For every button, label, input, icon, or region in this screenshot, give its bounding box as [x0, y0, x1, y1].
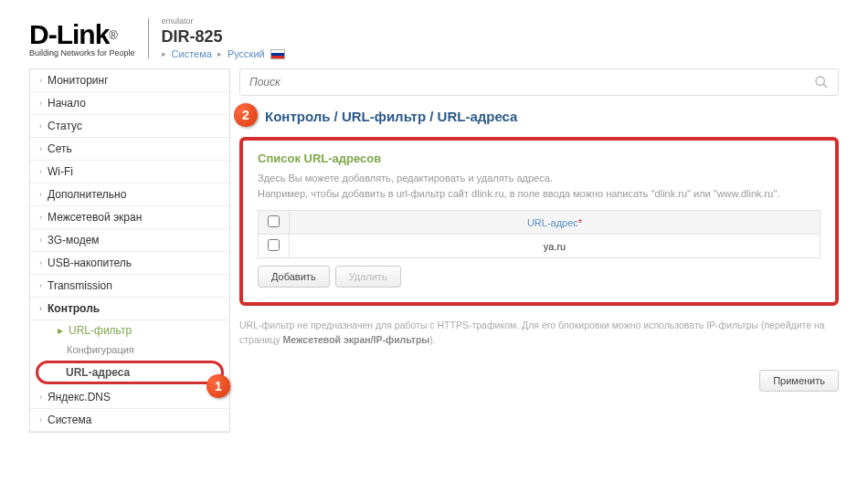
logo-text: D-Link [29, 19, 109, 49]
svg-point-0 [816, 77, 824, 85]
flag-ru-icon [270, 49, 285, 59]
chevron-icon: › [39, 213, 42, 222]
row-checkbox[interactable] [268, 239, 280, 251]
sidebar-item-wifi[interactable]: ›Wi-Fi [30, 161, 229, 183]
language-link[interactable]: Русский [228, 48, 265, 59]
table-row[interactable]: ya.ru [259, 235, 820, 258]
chevron-icon: › [39, 121, 42, 131]
chevron-right-icon: ▸ [217, 49, 222, 58]
emulator-label: emulator [162, 16, 285, 26]
annotation-marker-1: 1 [206, 374, 230, 398]
sidebar-item-control[interactable]: ›Контроль [30, 298, 229, 320]
sidebar-item-network[interactable]: ›Сеть [30, 138, 229, 161]
apply-button[interactable]: Применить [759, 370, 839, 392]
add-button[interactable]: Добавить [258, 266, 330, 288]
svg-line-1 [823, 84, 827, 88]
sidebar-item-status[interactable]: ›Статус [30, 115, 229, 138]
panel-title: Список URL-адресов [258, 152, 820, 165]
chevron-icon: › [39, 236, 42, 245]
sidebar-item-3g[interactable]: ›3G-модем [30, 229, 229, 252]
chevron-icon: › [39, 167, 42, 176]
chevron-icon: › [39, 99, 42, 108]
url-cell: ya.ru [290, 235, 820, 258]
sidebar-item-advanced[interactable]: ›Дополнительно [30, 183, 229, 206]
firewall-link[interactable]: Межсетевой экран/IP-фильтры [283, 334, 430, 345]
search-icon [814, 75, 829, 89]
url-column-header: URL-адрес [527, 217, 578, 228]
logo: D-Link® Building Networks for People [29, 19, 135, 58]
delete-button[interactable]: Удалить [335, 266, 401, 288]
chevron-icon: › [39, 190, 42, 199]
sidebar-item-firewall[interactable]: ›Межсетевой экран [30, 206, 229, 229]
chevron-icon: › [39, 76, 42, 85]
sidebar-item-yandex-dns[interactable]: ›Яндекс.DNS [30, 386, 229, 409]
chevron-icon: › [39, 258, 42, 267]
chevron-icon: › [39, 304, 42, 313]
sidebar-sub-config[interactable]: Конфигурация [30, 340, 229, 359]
search-input[interactable] [249, 76, 814, 89]
chevron-icon: ▸ [58, 324, 63, 337]
chevron-icon: › [39, 415, 42, 424]
annotation-marker-2: 2 [234, 103, 258, 127]
main-content: 2 Контроль / URL-фильтр / URL-адреса Спи… [239, 68, 839, 433]
header: D-Link® Building Networks for People emu… [0, 0, 868, 68]
sidebar-sub-url-filter[interactable]: ▸URL-фильтр [30, 320, 229, 340]
sidebar-sub-url-addresses[interactable]: URL-адреса 1 [36, 361, 224, 384]
sidebar-item-monitoring[interactable]: ›Мониторинг [30, 69, 229, 92]
breadcrumb: 2 Контроль / URL-фильтр / URL-адреса [239, 109, 839, 124]
sidebar-item-system[interactable]: ›Система [30, 409, 229, 432]
chevron-icon: › [39, 393, 42, 402]
url-list-panel: Список URL-адресов Здесь Вы можете добав… [239, 137, 839, 306]
model-block: emulator DIR-825 ▸ Система ▸ Русский [162, 16, 285, 59]
sidebar: ›Мониторинг ›Начало ›Статус ›Сеть ›Wi-Fi… [29, 68, 230, 433]
sidebar-item-usb[interactable]: ›USB-накопитель [30, 252, 229, 275]
logo-reg: ® [109, 28, 118, 42]
chevron-right-icon: ▸ [162, 49, 166, 58]
divider [148, 18, 149, 58]
sidebar-item-start[interactable]: ›Начало [30, 92, 229, 115]
model-name: DIR-825 [162, 27, 285, 47]
select-all-checkbox[interactable] [268, 215, 280, 227]
system-link[interactable]: Система [172, 48, 212, 59]
chevron-icon: › [39, 144, 42, 153]
logo-tagline: Building Networks for People [29, 48, 135, 58]
chevron-icon: › [39, 281, 42, 290]
panel-description: Здесь Вы можете добавлять, редактировать… [258, 171, 820, 201]
sidebar-item-transmission[interactable]: ›Transmission [30, 275, 229, 298]
search-box[interactable] [239, 68, 839, 96]
https-note: URL-фильтр не предназначен для работы с … [239, 319, 839, 348]
url-table: URL-адрес* ya.ru [258, 210, 820, 258]
